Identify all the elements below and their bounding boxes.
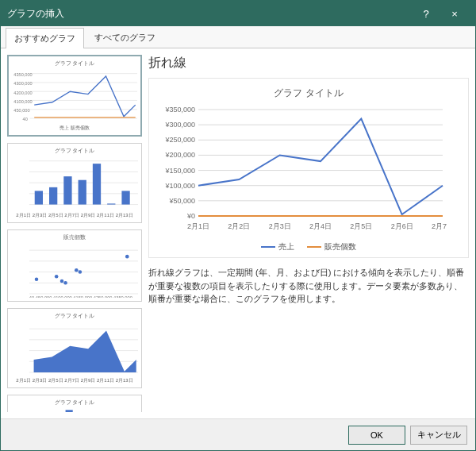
tab-bar: おすすめグラフ すべてのグラフ	[1, 26, 475, 48]
svg-text:4350,000: 4350,000	[13, 72, 32, 77]
window-title: グラフの挿入	[7, 7, 412, 21]
swatch-icon	[307, 246, 321, 248]
close-button[interactable]: ×	[440, 1, 469, 26]
cancel-button[interactable]: キャンセル	[410, 426, 467, 445]
swatch-icon	[261, 246, 275, 248]
preview-pane: 折れ線 グラフ タイトル ¥0¥50,000¥100,000¥150,000¥2…	[148, 55, 469, 412]
thumb-axis: 2月1日 2月3日 2月5日 2月7日 2月9日 2月11日 2月13日	[11, 212, 138, 219]
svg-text:¥150,000: ¥150,000	[164, 167, 195, 175]
tab-recommended[interactable]: おすすめグラフ	[6, 28, 84, 48]
thumb-title: グラフ タイトル	[12, 60, 137, 67]
svg-point-35	[125, 255, 129, 259]
thumb-line-chart[interactable]: グラフ タイトル 4350,0004300,0004200,0004100,00…	[7, 55, 142, 137]
thumb-title: グラフ タイトル	[11, 147, 138, 155]
chart-legend: 売上 販売個数	[154, 241, 463, 252]
svg-text:2月5日: 2月5日	[350, 222, 372, 230]
title-bar: グラフの挿入 ? ×	[1, 1, 475, 26]
svg-rect-18	[49, 187, 57, 205]
svg-point-34	[79, 271, 83, 275]
svg-rect-20	[79, 179, 86, 204]
svg-text:2月1日: 2月1日	[187, 222, 209, 230]
svg-text:2月3日: 2月3日	[269, 222, 291, 230]
area-chart-icon	[11, 322, 138, 376]
line-chart-icon: 4350,0004300,0004200,0004100,000450,0004…	[12, 69, 137, 123]
svg-text:40: 40	[23, 117, 28, 121]
svg-text:¥250,000: ¥250,000	[164, 136, 195, 144]
svg-rect-19	[63, 176, 71, 204]
svg-text:¥100,000: ¥100,000	[164, 182, 195, 190]
svg-text:450,000: 450,000	[13, 108, 29, 113]
thumb-title: グラフ タイトル	[11, 399, 138, 407]
legend-label: 販売個数	[324, 241, 356, 252]
svg-text:40  450,000  4100,000  4150,00: 40 450,000 4100,000 4150,000 4250,000 43…	[29, 295, 132, 298]
svg-text:¥50,000: ¥50,000	[168, 197, 195, 205]
svg-text:2月2日: 2月2日	[228, 222, 250, 230]
chart-title: グラフ タイトル	[154, 87, 463, 100]
chart-svg: ¥0¥50,000¥100,000¥150,000¥200,000¥250,00…	[154, 106, 447, 233]
legend-series1: 売上	[261, 241, 294, 252]
svg-point-30	[55, 275, 59, 279]
thumb-bar-chart[interactable]: グラフ タイトル 2月1日 2月3日 2月5日 2月7日 2月9日 2月11日 …	[7, 143, 142, 224]
svg-rect-23	[121, 191, 129, 204]
legend-series2: 販売個数	[307, 241, 356, 252]
thumb-scatter-chart[interactable]: 販売個数 40 450,000 4100,000 4150,000 4250,0…	[7, 229, 142, 302]
chart-preview: グラフ タイトル ¥0¥50,000¥100,000¥150,000¥200,0…	[148, 78, 469, 258]
svg-marker-42	[34, 330, 136, 372]
thumb-axis: 2月1日 2月3日 2月5日 2月7日 2月9日 2月11日 2月13日	[11, 377, 138, 384]
svg-point-32	[63, 281, 67, 285]
thumbnail-list[interactable]: グラフ タイトル 4350,0004300,0004200,0004100,00…	[7, 55, 142, 412]
svg-point-29	[35, 278, 39, 282]
svg-text:¥300,000: ¥300,000	[164, 121, 195, 129]
thumb-bar-chart-2[interactable]: グラフ タイトル	[7, 395, 142, 412]
tab-all[interactable]: すべてのグラフ	[86, 27, 164, 48]
svg-text:2月7日: 2月7日	[432, 222, 447, 230]
svg-rect-21	[93, 164, 101, 204]
svg-point-33	[75, 268, 79, 272]
scatter-chart-icon: 40 450,000 4100,000 4150,000 4250,000 43…	[11, 243, 138, 298]
svg-text:4200,000: 4200,000	[13, 91, 32, 95]
svg-text:¥200,000: ¥200,000	[164, 151, 195, 159]
content-area: グラフ タイトル 4350,0004300,0004200,0004100,00…	[1, 48, 475, 418]
svg-text:2月6日: 2月6日	[391, 222, 413, 230]
svg-point-31	[60, 279, 64, 283]
svg-text:4100,000: 4100,000	[13, 99, 32, 104]
svg-rect-17	[35, 191, 43, 204]
ok-button[interactable]: OK	[348, 426, 405, 445]
bar-chart-icon	[11, 408, 138, 412]
legend-label: 売上	[278, 241, 294, 252]
thumb-title: 販売個数	[11, 233, 138, 241]
svg-text:¥0: ¥0	[186, 212, 195, 220]
svg-rect-45	[66, 411, 73, 412]
thumb-area-chart[interactable]: グラフ タイトル 2月1日 2月3日 2月5日 2月7日 2月9日 2月11日 …	[7, 308, 142, 389]
line-chart: ¥0¥50,000¥100,000¥150,000¥200,000¥250,00…	[154, 106, 463, 237]
svg-text:2月4日: 2月4日	[309, 222, 332, 230]
svg-rect-22	[107, 203, 115, 204]
svg-text:¥350,000: ¥350,000	[164, 106, 195, 114]
svg-text:4300,000: 4300,000	[13, 81, 32, 86]
chart-description: 折れ線グラフは、一定期間 (年、月、および日) における傾向を表示したり、順番が…	[148, 266, 469, 306]
thumb-title: グラフ タイトル	[11, 312, 138, 320]
dialog-footer: OK キャンセル	[1, 418, 475, 450]
bar-chart-icon	[11, 156, 138, 211]
help-button[interactable]: ?	[412, 1, 440, 26]
chart-type-heading: 折れ線	[148, 55, 469, 71]
thumb-legend: 売上 販売個数	[12, 125, 137, 132]
